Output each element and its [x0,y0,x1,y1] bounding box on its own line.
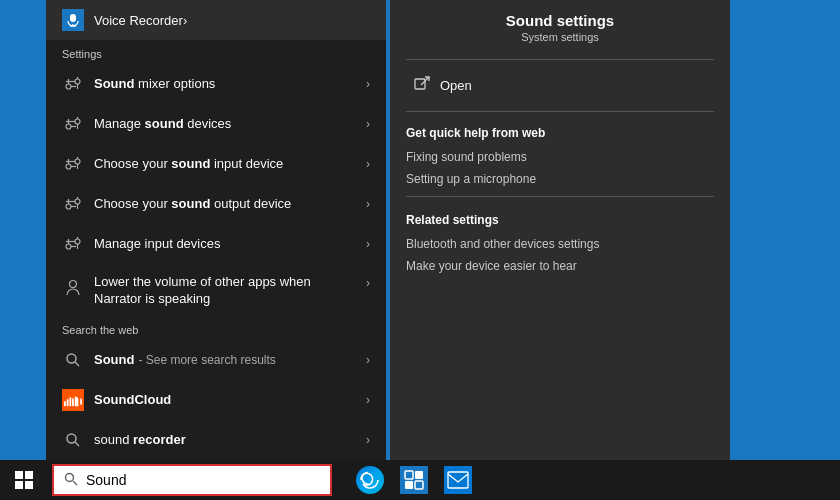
lower-volume-item[interactable]: Lower the volume of other apps when Narr… [46,264,386,316]
voice-recorder-item[interactable]: Voice Recorder › [46,0,386,40]
desktop: Voice Recorder › Settings Sound mixer op… [0,0,840,460]
settings-section-label: Settings [46,40,386,64]
taskbar: Sound [0,460,840,500]
svg-rect-13 [69,397,71,406]
soundcloud-label: SoundCloud [94,392,358,409]
bluetooth-settings-link[interactable]: Bluetooth and other devices settings [406,233,714,255]
svg-point-8 [70,281,77,288]
svg-point-4 [75,119,80,124]
sound-mixer-item[interactable]: Sound mixer options › [46,64,386,104]
easier-to-hear-link[interactable]: Make your device easier to hear [406,255,714,277]
sound-search-chevron: › [366,353,370,367]
soundcloud-chevron: › [366,393,370,407]
sound-input-label: Choose your sound input device [94,156,358,173]
open-button[interactable]: Open [406,66,714,105]
snap-taskbar-icon[interactable] [396,462,432,498]
divider-1 [406,59,714,60]
taskbar-icons [352,462,476,498]
sound-mixer-label: Sound mixer options [94,76,358,93]
sound-output-icon [62,193,84,215]
divider-3 [406,196,714,197]
svg-line-16 [75,442,79,446]
search-results-panel: Voice Recorder › Settings Sound mixer op… [46,0,386,460]
search-web-section-label: Search the web [46,316,386,340]
svg-rect-22 [25,481,33,489]
sound-recorder-search-icon [62,429,84,451]
sound-mixer-icon [62,73,84,95]
mail-taskbar-icon[interactable] [440,462,476,498]
svg-rect-20 [25,471,33,479]
open-icon [414,76,430,95]
soundcloud-icon [62,389,84,411]
divider-2 [406,111,714,112]
setting-microphone-link[interactable]: Setting up a microphone [406,168,714,190]
svg-rect-19 [15,471,23,479]
svg-rect-27 [405,481,413,489]
svg-rect-21 [15,481,23,489]
fixing-sound-link[interactable]: Fixing sound problems [406,146,714,168]
sound-input-item[interactable]: Choose your sound input device › [46,144,386,184]
svg-point-3 [75,79,80,84]
manage-sound-icon [62,113,84,135]
svg-point-9 [67,354,76,363]
mail-icon [444,466,472,494]
svg-rect-12 [67,399,69,406]
svg-point-15 [67,434,76,443]
voice-recorder-chevron: › [183,13,187,28]
soundcloud-item[interactable]: SoundCloud › [46,380,386,420]
sound-search-label: Sound - See more search results [94,352,358,369]
edge-taskbar-icon[interactable] [352,462,388,498]
svg-rect-11 [64,401,66,406]
svg-rect-25 [405,471,413,479]
narrator-icon [62,276,84,298]
manage-sound-devices-item[interactable]: Manage sound devices › [46,104,386,144]
sound-output-label: Choose your sound output device [94,196,358,213]
search-icon [64,472,78,489]
sound-output-item[interactable]: Choose your sound output device › [46,184,386,224]
sound-input-icon [62,153,84,175]
right-panel: Sound settings System settings Open Get … [390,0,730,460]
sound-search-item[interactable]: Sound - See more search results › [46,340,386,380]
related-settings-title: Related settings [406,203,714,233]
svg-point-6 [75,199,80,204]
manage-input-chevron: › [366,237,370,251]
svg-line-24 [73,481,77,485]
svg-rect-26 [415,471,423,479]
sound-input-chevron: › [366,157,370,171]
svg-point-5 [75,159,80,164]
sound-search-icon [62,349,84,371]
svg-rect-29 [448,472,468,488]
svg-rect-28 [415,481,423,489]
snap-icon [400,466,428,494]
manage-input-devices-item[interactable]: Manage input devices › [46,224,386,264]
start-button[interactable] [0,460,48,500]
search-input-value: Sound [86,472,126,488]
lower-volume-chevron: › [366,276,370,290]
manage-input-icon [62,233,84,255]
svg-line-10 [75,362,79,366]
svg-point-7 [75,239,80,244]
sound-recorder-item[interactable]: sound recorder › [46,420,386,460]
right-panel-title: Sound settings [406,12,714,31]
search-box[interactable]: Sound [52,464,332,496]
edge-icon [356,466,384,494]
lower-volume-label: Lower the volume of other apps when Narr… [94,274,358,308]
manage-input-label: Manage input devices [94,236,358,253]
sound-recorder-chevron: › [366,433,370,447]
svg-rect-0 [70,14,76,22]
sound-recorder-label: sound recorder [94,432,358,449]
manage-sound-label: Manage sound devices [94,116,358,133]
sound-output-chevron: › [366,197,370,211]
sound-mixer-chevron: › [366,77,370,91]
svg-rect-17 [415,79,425,89]
voice-recorder-icon [62,9,84,31]
quick-help-title: Get quick help from web [406,118,714,146]
voice-recorder-label: Voice Recorder [94,13,183,28]
manage-sound-chevron: › [366,117,370,131]
open-label: Open [440,78,472,93]
svg-point-23 [66,473,74,481]
svg-rect-14 [72,398,74,406]
right-panel-subtitle: System settings [406,31,714,53]
